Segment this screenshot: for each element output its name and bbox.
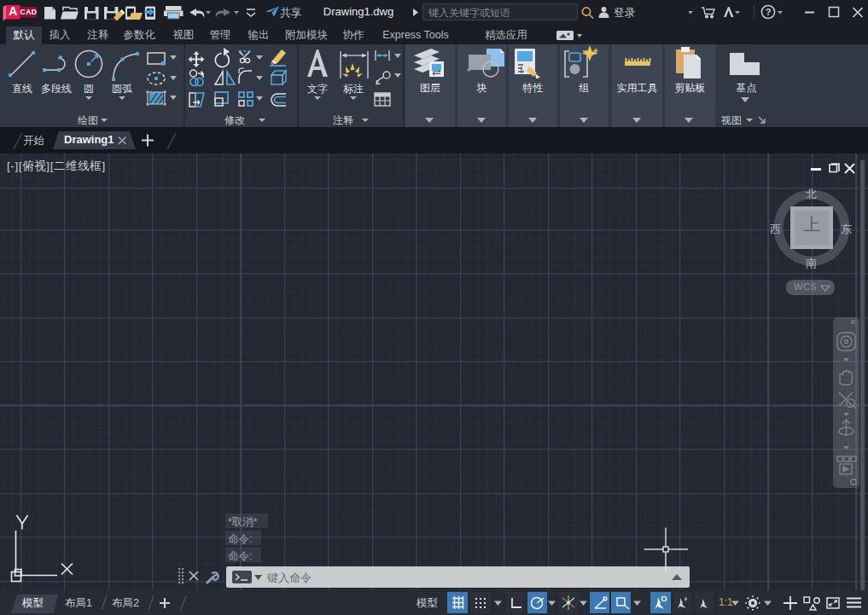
svg-text:?: ? [766, 7, 772, 17]
